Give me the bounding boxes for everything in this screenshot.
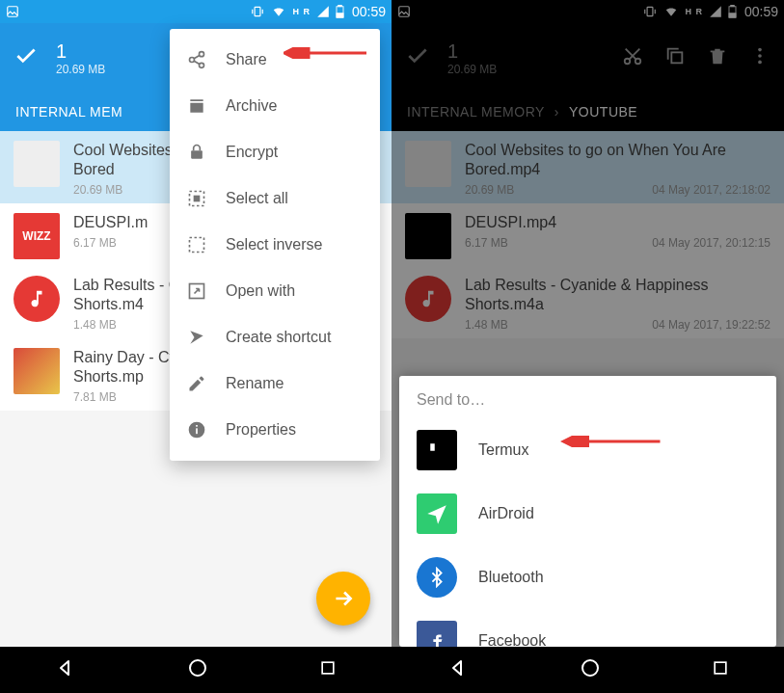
back-button[interactable] [446, 656, 470, 683]
home-button[interactable] [579, 656, 602, 683]
share-sheet: Send to… Termux AirDroid Bluetooth Faceb… [399, 376, 776, 647]
menu-select-inverse[interactable]: Select inverse [170, 222, 380, 268]
svg-point-29 [758, 61, 762, 65]
menu-properties[interactable]: Properties [170, 407, 380, 453]
svg-rect-22 [731, 5, 735, 7]
share-icon [187, 50, 206, 69]
status-bar: H R 00:59 [392, 0, 784, 23]
menu-archive[interactable]: Archive [170, 83, 380, 129]
svg-rect-0 [8, 7, 18, 17]
list-item[interactable]: Lab Results - Cyanide & Happiness Shorts… [392, 266, 784, 338]
svg-rect-26 [671, 52, 682, 63]
file-name: Cool Websites to go on When You Are Bore… [465, 141, 770, 179]
image-icon [397, 5, 411, 18]
svg-rect-3 [338, 5, 342, 7]
archive-icon [187, 96, 206, 116]
music-icon [14, 276, 60, 322]
fab-button[interactable] [316, 572, 370, 626]
svg-rect-23 [729, 13, 736, 17]
menu-open-with[interactable]: Open with [170, 268, 380, 314]
recents-button[interactable] [711, 658, 730, 681]
svg-rect-8 [191, 150, 203, 158]
nav-bar [0, 647, 392, 693]
termux-icon [417, 430, 457, 470]
share-target-airdroid[interactable]: AirDroid [399, 482, 776, 546]
menu-select-all[interactable]: Select all [170, 175, 380, 222]
context-menu: Share Archive Encrypt Select all Select … [170, 29, 380, 461]
network-label: H R [685, 7, 703, 16]
breadcrumb-item[interactable]: INTERNAL MEMORY [407, 104, 545, 120]
menu-create-shortcut[interactable]: Create shortcut [170, 314, 380, 360]
lock-icon [187, 143, 206, 162]
file-size: 6.17 MB [465, 236, 508, 250]
svg-point-27 [758, 48, 762, 52]
open-with-icon [187, 281, 206, 301]
file-size: 7.81 MB [73, 390, 117, 404]
vibrate-icon [250, 5, 265, 18]
wifi-icon [271, 5, 286, 18]
file-size: 1.48 MB [73, 318, 117, 332]
airdroid-icon [417, 493, 457, 534]
file-size: 20.69 MB [73, 183, 122, 197]
breadcrumb-item[interactable]: YOUTUBE [569, 104, 637, 120]
file-date: 04 May 2017, 20:12:15 [652, 236, 770, 250]
menu-encrypt[interactable]: Encrypt [170, 129, 380, 175]
svg-point-17 [190, 660, 205, 676]
image-icon [6, 5, 19, 18]
arrow-annotation [560, 436, 676, 447]
thumbnail: WIZZ [14, 213, 60, 259]
back-button[interactable] [54, 656, 77, 683]
list-item[interactable]: DEUSPI.mp4 6.17 MB04 May 2017, 20:12:15 [392, 203, 784, 266]
nav-bar [392, 647, 784, 693]
svg-rect-4 [337, 13, 343, 17]
music-icon [405, 276, 451, 322]
svg-rect-30 [430, 443, 435, 451]
chevron-right-icon: › [554, 104, 559, 120]
svg-rect-11 [190, 238, 204, 253]
recents-button[interactable] [318, 658, 338, 681]
breadcrumb[interactable]: INTERNAL MEMORY › YOUTUBE [392, 93, 784, 131]
share-target-facebook[interactable]: Facebook [399, 609, 776, 647]
selection-app-bar: 1 20.69 MB [392, 23, 784, 93]
clock: 00:59 [744, 4, 778, 19]
facebook-icon [417, 621, 457, 647]
sheet-title: Send to… [399, 376, 776, 418]
breadcrumb-item[interactable]: INTERNAL MEM [15, 104, 122, 120]
svg-point-5 [200, 52, 204, 57]
file-name: DEUSPI.mp4 [465, 213, 770, 232]
battery-icon [336, 5, 344, 18]
file-list: Cool Websites to go on When You Are Bore… [392, 131, 784, 338]
bluetooth-icon [417, 557, 457, 598]
menu-rename[interactable]: Rename [170, 360, 380, 407]
thumbnail [405, 141, 451, 187]
done-icon[interactable] [405, 43, 430, 72]
select-inverse-icon [187, 235, 206, 254]
svg-rect-15 [196, 425, 198, 427]
vibrate-icon [642, 5, 658, 18]
menu-share[interactable]: Share [170, 37, 380, 83]
cut-icon[interactable] [622, 45, 643, 70]
selection-count: 1 20.69 MB [447, 40, 497, 76]
signal-icon [709, 5, 722, 18]
overflow-icon[interactable] [749, 45, 770, 70]
phone-left: H R 00:59 1 20.69 MB INTERNAL MEM Cool W… [0, 0, 392, 693]
pencil-icon [187, 374, 206, 393]
home-button[interactable] [186, 656, 209, 683]
done-icon[interactable] [14, 43, 39, 72]
file-size: 1.48 MB [465, 318, 508, 332]
share-target-bluetooth[interactable]: Bluetooth [399, 546, 776, 609]
file-date: 04 May 2017, 19:22:52 [652, 318, 770, 332]
delete-icon[interactable] [707, 45, 728, 70]
copy-icon[interactable] [664, 45, 686, 70]
arrow-annotation [284, 47, 380, 59]
thumbnail [405, 213, 451, 259]
list-item[interactable]: Cool Websites to go on When You Are Bore… [392, 131, 784, 203]
share-target-termux[interactable]: Termux [399, 418, 776, 482]
battery-icon [728, 5, 737, 18]
svg-rect-20 [648, 7, 654, 15]
clock: 00:59 [352, 4, 386, 19]
svg-point-32 [582, 660, 598, 676]
network-label: H R [292, 7, 311, 16]
thumbnail [14, 141, 60, 187]
svg-point-7 [200, 63, 204, 67]
